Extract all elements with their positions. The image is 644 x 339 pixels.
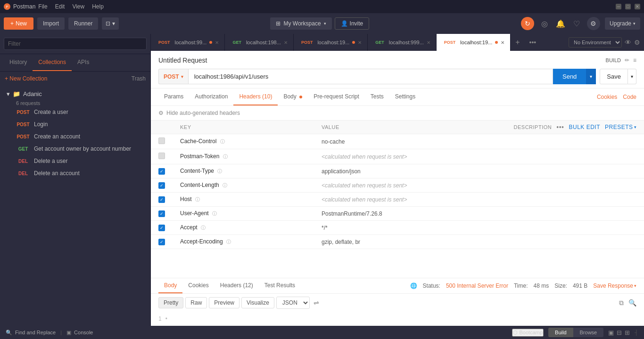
- sidebar-tab-history[interactable]: History: [4, 54, 33, 71]
- sidebar-tab-collections[interactable]: Collections: [33, 54, 72, 71]
- edit-icon[interactable]: ✏: [625, 57, 629, 64]
- header-checkbox[interactable]: ✓: [158, 225, 165, 231]
- menu-file[interactable]: File: [38, 3, 47, 10]
- list-item[interactable]: POST Login: [5, 118, 146, 130]
- menu-edit[interactable]: Edit: [55, 3, 65, 10]
- header-checkbox[interactable]: [158, 153, 165, 159]
- header-checkbox[interactable]: ✓: [158, 196, 165, 203]
- menu-help[interactable]: Help: [92, 3, 104, 10]
- list-item[interactable]: DEL Delete an account: [5, 167, 146, 179]
- tab-tests[interactable]: Tests: [365, 89, 389, 105]
- tab-3[interactable]: POST localhost:19... ✕: [294, 34, 368, 51]
- tab-1[interactable]: POST localhost:99... ✕: [151, 34, 225, 51]
- format-select[interactable]: JSON: [276, 297, 310, 309]
- hide-headers-label[interactable]: Hide auto-generated headers: [166, 110, 240, 116]
- tab-close-button[interactable]: ✕: [501, 40, 504, 45]
- console-button[interactable]: Console: [74, 330, 93, 335]
- tab-authorization[interactable]: Authorization: [189, 89, 233, 105]
- runner-button[interactable]: Runner: [68, 17, 98, 30]
- more-button[interactable]: •••: [556, 123, 564, 131]
- method-select[interactable]: POST ▾: [158, 69, 188, 84]
- search-input[interactable]: [4, 38, 147, 50]
- list-item[interactable]: POST Create a user: [5, 106, 146, 118]
- save-response-button[interactable]: Save Response ▾: [593, 282, 636, 289]
- layout-split-icon[interactable]: ⊟: [617, 329, 622, 336]
- new-button[interactable]: + New: [4, 17, 33, 30]
- visualize-button[interactable]: Visualize: [241, 297, 274, 308]
- settings-button[interactable]: ⚙: [587, 17, 600, 30]
- header-checkbox[interactable]: [158, 137, 165, 144]
- bulk-edit-button[interactable]: Bulk Edit: [569, 124, 600, 130]
- trash-button[interactable]: Trash: [132, 75, 146, 82]
- radar-icon[interactable]: ◎: [539, 18, 550, 29]
- notification-icon[interactable]: 🔔: [555, 18, 566, 29]
- list-item[interactable]: GET Get account owner by account number: [5, 143, 146, 155]
- tab-pre-request[interactable]: Pre-request Script: [308, 89, 365, 105]
- search-icon[interactable]: 🔍: [628, 299, 636, 307]
- info-icon[interactable]: ⓘ: [217, 169, 222, 174]
- layout-single-icon[interactable]: ▣: [608, 329, 614, 336]
- import-button[interactable]: Import: [37, 17, 65, 30]
- header-checkbox[interactable]: ✓: [158, 182, 165, 189]
- resp-tab-body[interactable]: Body: [158, 278, 182, 293]
- close-button[interactable]: ✕: [635, 4, 640, 9]
- header-checkbox[interactable]: ✓: [158, 168, 165, 175]
- resp-tab-cookies[interactable]: Cookies: [182, 278, 214, 293]
- layout-settings-icon[interactable]: ⊞: [625, 329, 630, 336]
- copy-icon[interactable]: ⧉: [619, 299, 624, 307]
- tab-2[interactable]: GET localhost:198... ✕: [225, 34, 294, 51]
- menu-view[interactable]: View: [72, 3, 84, 10]
- resp-tab-test-results[interactable]: Test Results: [259, 278, 301, 293]
- tab-close-button[interactable]: ✕: [215, 40, 219, 45]
- upgrade-button[interactable]: Upgrade ▾: [605, 17, 640, 30]
- resp-tab-headers[interactable]: Headers (12): [215, 278, 259, 293]
- info-icon[interactable]: ⓘ: [220, 139, 225, 144]
- sync-button[interactable]: ↻: [521, 17, 534, 30]
- tab-close-button[interactable]: ✕: [358, 40, 362, 45]
- sidebar-tab-apis[interactable]: APIs: [72, 54, 95, 71]
- invite-button[interactable]: 👤 Invite: [335, 17, 370, 30]
- wrap-icon[interactable]: ⇌: [314, 299, 319, 307]
- info-icon[interactable]: ⓘ: [201, 225, 206, 230]
- tab-more-button[interactable]: •••: [525, 34, 541, 51]
- find-replace-button[interactable]: Find and Replace: [15, 330, 56, 335]
- settings-icon[interactable]: ⚙: [634, 39, 640, 46]
- new-collection-button[interactable]: + New Collection: [5, 75, 47, 82]
- info-icon[interactable]: ⓘ: [223, 154, 228, 159]
- pretty-button[interactable]: Pretty: [158, 297, 183, 308]
- tab-params[interactable]: Params: [158, 89, 189, 105]
- tab-add-button[interactable]: +: [511, 34, 524, 51]
- preview-button[interactable]: Preview: [209, 297, 239, 308]
- heart-icon[interactable]: ♡: [571, 18, 582, 29]
- collection-header[interactable]: ▾ 📁 Adanic: [5, 88, 146, 100]
- eye-icon[interactable]: 👁: [625, 39, 631, 46]
- environment-select[interactable]: No Environment: [569, 37, 622, 48]
- info-icon[interactable]: ⓘ: [226, 239, 231, 244]
- save-button[interactable]: Save: [600, 69, 628, 84]
- minimize-button[interactable]: ─: [616, 4, 621, 9]
- url-input[interactable]: [188, 69, 553, 84]
- browse-button[interactable]: Browse: [573, 328, 604, 337]
- list-item[interactable]: POST Create an account: [5, 130, 146, 143]
- tab-5[interactable]: POST localhost:19... ✕: [437, 34, 511, 51]
- tab-headers[interactable]: Headers (10): [233, 89, 278, 105]
- send-dropdown-button[interactable]: ▾: [586, 69, 596, 84]
- header-checkbox[interactable]: ✓: [158, 239, 165, 245]
- tab-close-button[interactable]: ✕: [427, 40, 430, 45]
- bootcamp-button[interactable]: ⬡ Bootcamp: [512, 329, 544, 337]
- header-checkbox[interactable]: ✓: [158, 210, 165, 217]
- list-item[interactable]: DEL Delete a user: [5, 155, 146, 167]
- info-icon[interactable]: ⓘ: [223, 183, 227, 188]
- raw-button[interactable]: Raw: [185, 297, 207, 308]
- tab-settings[interactable]: Settings: [389, 89, 421, 105]
- tab-4[interactable]: GET localhost:999... ✕: [368, 34, 437, 51]
- capture-button[interactable]: ⊡ ▾: [102, 17, 118, 30]
- info-icon[interactable]: ⓘ: [195, 197, 200, 202]
- presets-button[interactable]: Presets ▾: [605, 124, 636, 130]
- cookies-link[interactable]: Cookies: [597, 94, 617, 100]
- info-icon[interactable]: ⓘ: [212, 211, 217, 216]
- code-link[interactable]: Code: [623, 94, 636, 100]
- tab-close-button[interactable]: ✕: [284, 40, 288, 45]
- maximize-button[interactable]: □: [625, 4, 631, 9]
- save-dropdown-button[interactable]: ▾: [628, 69, 636, 84]
